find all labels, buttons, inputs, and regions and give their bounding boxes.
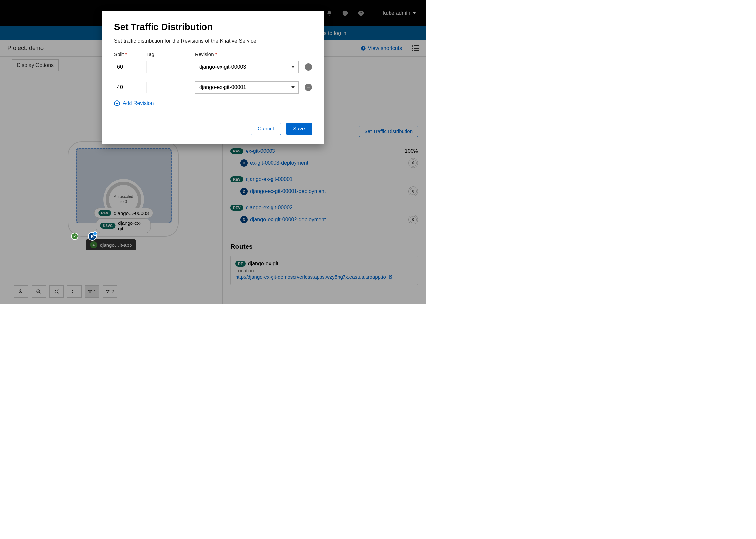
required-icon: * bbox=[215, 51, 217, 57]
col-revision-label: Revision bbox=[195, 51, 214, 57]
modal-buttons: Cancel Save bbox=[114, 122, 312, 135]
traffic-row: django-ex-git-00003 − bbox=[114, 61, 312, 73]
tag-input[interactable] bbox=[146, 82, 189, 93]
chevron-down-icon bbox=[291, 66, 294, 68]
remove-row-button[interactable]: − bbox=[305, 84, 312, 91]
col-tag-label: Tag bbox=[146, 51, 154, 57]
check-icon: ✓ bbox=[71, 233, 78, 240]
split-input[interactable] bbox=[114, 61, 140, 73]
cancel-button[interactable]: Cancel bbox=[251, 122, 281, 135]
plus-circle-icon: + bbox=[114, 100, 120, 106]
add-revision-label: Add Revision bbox=[122, 100, 154, 106]
modal-overlay[interactable]: Set Traffic Distribution Set traffic dis… bbox=[0, 0, 426, 304]
remove-row-button[interactable]: − bbox=[305, 63, 312, 71]
column-headers: Split* Tag Revision* bbox=[114, 51, 312, 57]
modal-title: Set Traffic Distribution bbox=[114, 22, 312, 32]
tag-input[interactable] bbox=[146, 61, 189, 73]
knative-badge-icon: K bbox=[88, 232, 97, 241]
col-split-label: Split bbox=[114, 51, 123, 57]
split-input[interactable] bbox=[114, 82, 140, 93]
revision-select[interactable]: django-ex-git-00001 bbox=[195, 81, 299, 94]
modal-description: Set traffic distribution for the Revisio… bbox=[114, 38, 312, 44]
traffic-row: django-ex-git-00001 − bbox=[114, 81, 312, 94]
revision-selected: django-ex-git-00001 bbox=[199, 84, 246, 90]
required-icon: * bbox=[125, 51, 127, 57]
revision-select[interactable]: django-ex-git-00003 bbox=[195, 61, 299, 73]
save-button[interactable]: Save bbox=[286, 122, 312, 135]
traffic-distribution-modal: Set Traffic Distribution Set traffic dis… bbox=[102, 11, 324, 144]
chevron-down-icon bbox=[291, 86, 294, 88]
add-revision-button[interactable]: + Add Revision bbox=[114, 100, 312, 106]
revision-selected: django-ex-git-00003 bbox=[199, 64, 246, 70]
